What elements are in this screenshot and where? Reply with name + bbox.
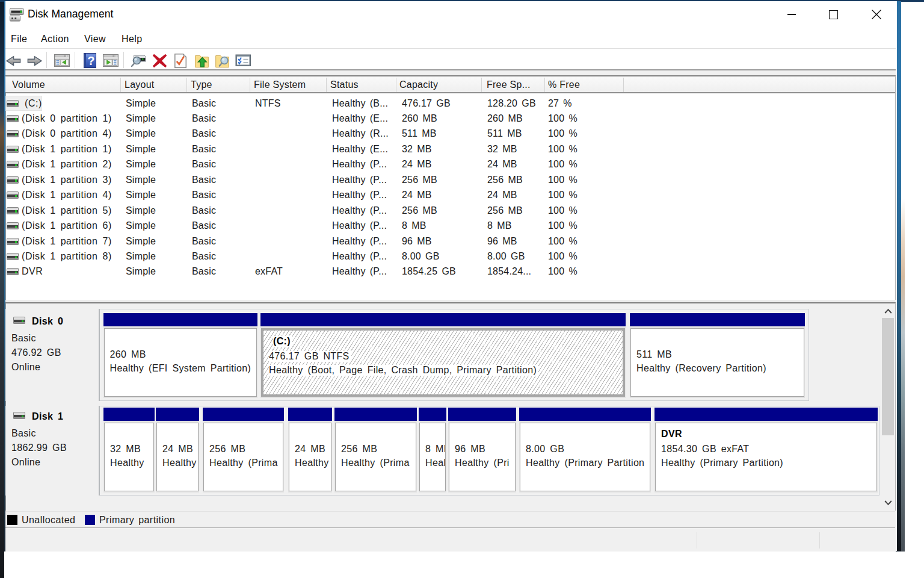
svg-text:?: ? — [87, 54, 94, 67]
